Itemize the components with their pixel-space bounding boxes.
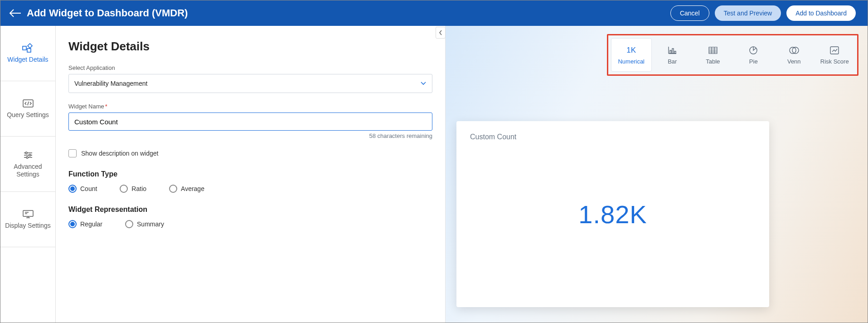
sidebar-item-label: Widget Details bbox=[7, 56, 48, 64]
widget-tiles-icon bbox=[22, 43, 34, 53]
add-to-dashboard-button[interactable]: Add to Dashboard bbox=[786, 5, 856, 21]
select-application-dropdown[interactable]: Vulnerability Management bbox=[68, 74, 432, 93]
sidebar-item-label: Query Settings bbox=[7, 111, 49, 119]
page-title: Add Widget to Dashboard (VMDR) bbox=[27, 7, 670, 19]
svg-rect-1 bbox=[27, 49, 31, 52]
widget-name-label: Widget Name* bbox=[68, 103, 432, 110]
venn-icon bbox=[789, 45, 800, 55]
svg-point-12 bbox=[790, 47, 796, 54]
radio-regular[interactable]: Regular bbox=[68, 220, 102, 228]
svg-point-13 bbox=[792, 47, 799, 54]
select-application-value: Vulnerability Management bbox=[74, 80, 147, 87]
sidebar-item-display-settings[interactable]: Display Settings bbox=[0, 192, 55, 247]
preview-panel: 1K Numerical Bar Table bbox=[446, 26, 868, 323]
sidebar-item-advanced-settings[interactable]: Advanced Settings bbox=[0, 137, 55, 192]
code-icon bbox=[22, 98, 34, 108]
select-application-label: Select Application bbox=[68, 64, 432, 71]
svg-rect-8 bbox=[672, 49, 674, 54]
type-label: Table bbox=[706, 58, 720, 65]
collapse-panel-icon[interactable] bbox=[436, 27, 446, 39]
widget-name-helper: 58 characters remaining bbox=[68, 132, 432, 139]
show-description-checkbox-row: Show description on widget bbox=[68, 149, 432, 157]
widget-representation-heading: Widget Representation bbox=[68, 206, 432, 214]
svg-point-4 bbox=[29, 154, 31, 156]
radio-count[interactable]: Count bbox=[68, 185, 97, 193]
type-label: Risk Score bbox=[820, 58, 849, 65]
type-pie[interactable]: Pie bbox=[734, 38, 774, 72]
cancel-button[interactable]: Cancel bbox=[670, 5, 709, 21]
function-type-heading: Function Type bbox=[68, 170, 432, 178]
show-description-checkbox[interactable] bbox=[68, 149, 77, 157]
pie-chart-icon bbox=[749, 45, 758, 55]
form-heading: Widget Details bbox=[68, 39, 432, 54]
type-bar[interactable]: Bar bbox=[653, 38, 693, 72]
table-icon bbox=[708, 45, 718, 55]
type-label: Venn bbox=[787, 58, 801, 65]
sidebar-item-query-settings[interactable]: Query Settings bbox=[0, 81, 55, 137]
test-preview-button[interactable]: Test and Preview bbox=[715, 5, 781, 21]
bar-chart-icon bbox=[668, 45, 677, 55]
form-panel: Widget Details Select Application Vulner… bbox=[56, 26, 446, 323]
radio-label: Ratio bbox=[131, 185, 146, 192]
radio-label: Average bbox=[181, 185, 204, 192]
sidebar: Widget Details Query Settings Advanced S… bbox=[0, 26, 56, 323]
page-header: Add Widget to Dashboard (VMDR) Cancel Te… bbox=[0, 0, 868, 26]
risk-score-icon bbox=[830, 45, 839, 55]
type-label: Bar bbox=[668, 58, 677, 65]
back-arrow-icon[interactable] bbox=[8, 6, 22, 20]
type-venn[interactable]: Venn bbox=[774, 38, 814, 72]
type-table[interactable]: Table bbox=[693, 38, 733, 72]
svg-point-5 bbox=[26, 157, 28, 158]
show-description-label: Show description on widget bbox=[81, 150, 158, 157]
sidebar-item-label: Display Settings bbox=[5, 222, 50, 230]
widget-name-input[interactable] bbox=[68, 113, 432, 131]
svg-rect-10 bbox=[709, 47, 717, 54]
preview-value: 1.82K bbox=[578, 200, 647, 229]
sidebar-item-widget-details[interactable]: Widget Details bbox=[0, 26, 55, 81]
radio-summary[interactable]: Summary bbox=[125, 220, 164, 228]
display-icon bbox=[22, 209, 34, 219]
chevron-down-icon bbox=[420, 80, 427, 87]
type-risk-score[interactable]: Risk Score bbox=[815, 38, 855, 72]
radio-label: Summary bbox=[137, 220, 164, 228]
svg-point-3 bbox=[25, 152, 27, 154]
type-label: Pie bbox=[749, 58, 758, 65]
radio-average[interactable]: Average bbox=[169, 185, 204, 193]
type-label: Numerical bbox=[618, 58, 645, 65]
widget-type-selector: 1K Numerical Bar Table bbox=[607, 34, 858, 76]
svg-rect-9 bbox=[674, 51, 676, 54]
numerical-icon: 1K bbox=[626, 45, 636, 55]
svg-rect-7 bbox=[670, 50, 671, 54]
radio-label: Regular bbox=[80, 220, 102, 228]
radio-ratio[interactable]: Ratio bbox=[120, 185, 146, 193]
radio-label: Count bbox=[80, 185, 97, 192]
preview-card: Custom Count 1.82K bbox=[456, 121, 769, 307]
type-numerical[interactable]: 1K Numerical bbox=[611, 38, 652, 72]
sliders-icon bbox=[22, 150, 34, 160]
svg-rect-6 bbox=[23, 210, 33, 216]
svg-rect-0 bbox=[23, 46, 26, 50]
sidebar-item-label: Advanced Settings bbox=[4, 163, 52, 178]
preview-title: Custom Count bbox=[470, 133, 756, 141]
